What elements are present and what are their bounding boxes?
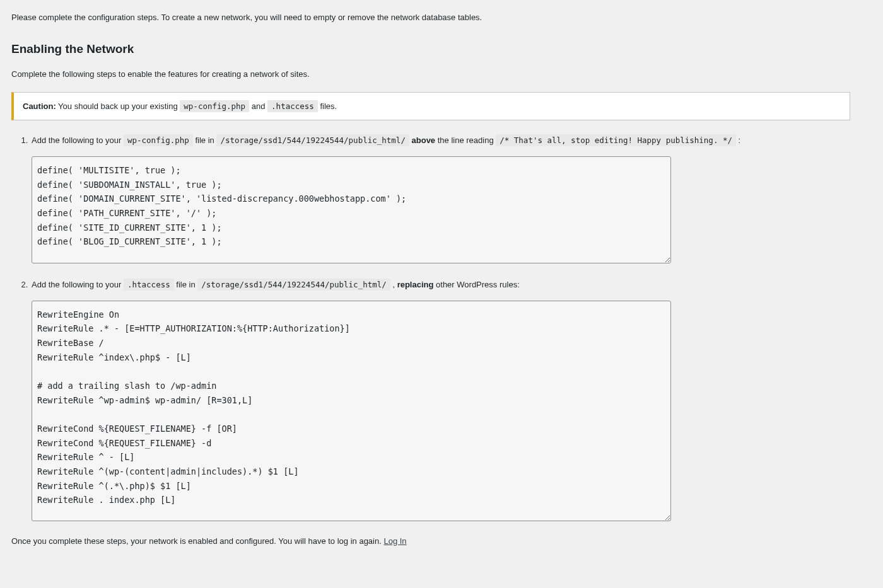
- closing-paragraph: Once you complete these steps, your netw…: [11, 535, 850, 548]
- step-2: Add the following to your .htaccess file…: [30, 277, 850, 521]
- step1-file-code: wp-config.php: [124, 134, 193, 146]
- login-link[interactable]: Log In: [383, 536, 406, 546]
- caution-text-1: You should back up your existing: [56, 101, 180, 111]
- htaccess-textarea[interactable]: [32, 301, 671, 521]
- step-1: Add the following to your wp-config.php …: [30, 133, 850, 263]
- step1-path-code: /storage/ssd1/544/19224544/public_html/: [216, 134, 409, 146]
- step2-suffix: other WordPress rules:: [433, 280, 519, 289]
- step1-mid3: the line reading: [435, 135, 496, 145]
- wp-config-textarea[interactable]: [32, 156, 671, 263]
- step1-above-bold: above: [412, 135, 436, 145]
- steps-list: Add the following to your wp-config.php …: [11, 133, 850, 521]
- closing-text: Once you complete these steps, your netw…: [11, 536, 383, 546]
- step2-mid1: file in: [174, 280, 198, 289]
- network-setup-content: Please complete the configuration steps.…: [11, 11, 850, 547]
- step1-stopline-code: /* That's all, stop editing! Happy publi…: [496, 134, 736, 146]
- caution-label: Caution:: [23, 101, 56, 111]
- step2-mid2: ,: [390, 280, 397, 289]
- caution-htaccess-code: .htaccess: [267, 100, 318, 112]
- section-heading: Enabling the Network: [11, 40, 850, 59]
- step2-file-code: .htaccess: [124, 279, 174, 291]
- caution-text-2: and: [249, 101, 267, 111]
- subtitle-paragraph: Complete the following steps to enable t…: [11, 68, 850, 81]
- step2-prefix: Add the following to your: [32, 280, 124, 289]
- caution-text-3: files.: [318, 101, 337, 111]
- step2-path-code: /storage/ssd1/544/19224544/public_html/: [197, 279, 390, 291]
- step1-mid1: file in: [193, 135, 217, 145]
- caution-wpconfig-code: wp-config.php: [180, 100, 249, 112]
- step2-replacing-bold: replacing: [397, 280, 434, 289]
- caution-notice: Caution: You should back up your existin…: [11, 92, 850, 121]
- intro-paragraph: Please complete the configuration steps.…: [11, 11, 850, 24]
- step1-suffix: :: [736, 135, 740, 145]
- step1-prefix: Add the following to your: [32, 135, 124, 145]
